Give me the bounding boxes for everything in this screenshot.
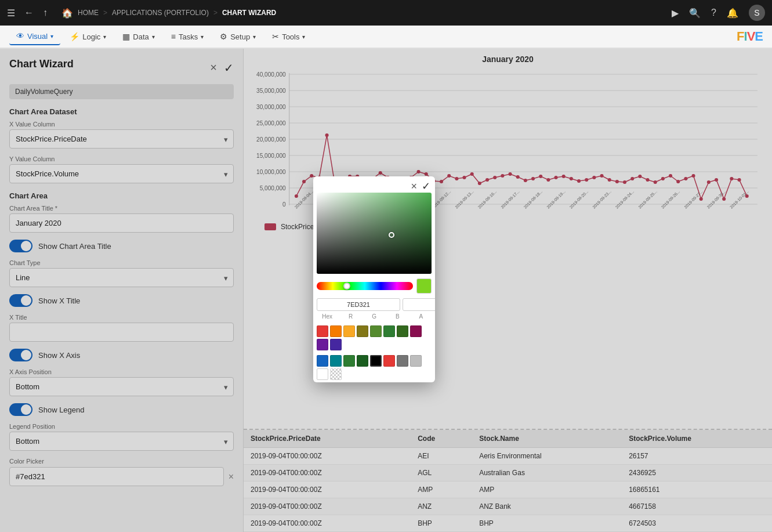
five-logo: FIVE [737,29,763,44]
tab-setup-label: Setup [230,32,250,41]
home-icon: 🏠 [61,8,73,19]
preset-cyan[interactable] [330,355,342,367]
breadcrumb: 🏠 HOME > APPLICATIONS (PORTFOLIO) > CHAR… [61,8,276,19]
rgba-inputs-row [313,296,435,313]
bell-icon[interactable]: 🔔 [727,8,738,19]
dialog-close-button[interactable]: × [411,180,417,193]
preset-colors-row2 [313,353,435,382]
play-icon[interactable]: ▶ [672,8,679,19]
preset-deep-purple[interactable] [330,339,342,350]
tab-data[interactable]: ▦ Data ▾ [115,28,161,45]
color-gradient-picker[interactable] [317,193,432,274]
visual-icon: 👁 [16,31,24,41]
preset-crimson[interactable] [383,355,395,367]
tab-visual[interactable]: 👁 Visual ▾ [9,28,60,45]
r-input[interactable] [403,298,435,311]
hue-slider-wrapper[interactable] [317,282,413,290]
color-picker-dialog: × ✓ [313,176,435,382]
dialog-header: × ✓ [313,176,435,193]
search-icon[interactable]: 🔍 [689,8,701,19]
back-icon[interactable]: ← [24,8,34,18]
hex-input[interactable] [317,298,400,311]
preset-colors-row1 [313,323,435,353]
g-label: G [364,313,385,320]
portfolio-label[interactable]: APPLICATIONS (PORTFOLIO) [112,9,209,17]
topbar-right: ▶ 🔍 ? 🔔 S [672,5,765,21]
preset-white[interactable] [317,368,328,380]
preset-green[interactable] [383,325,395,337]
wizard-label: CHART WIZARD [222,9,276,17]
tab-data-label: Data [133,32,148,41]
hex-label: Hex [317,313,338,320]
secondbar: 👁 Visual ▾ ⚡ Logic ▾ ▦ Data ▾ ≡ Tasks ▾ … [0,26,772,49]
breadcrumb-sep1: > [103,9,107,17]
setup-dropdown-icon: ▾ [253,34,256,40]
tab-tasks-label: Tasks [179,32,198,41]
tab-logic[interactable]: ⚡ Logic ▾ [63,28,113,45]
rgba-labels-row: Hex R G B A [313,313,435,323]
gradient-background [317,193,432,274]
help-icon[interactable]: ? [711,8,716,18]
up-icon[interactable]: ↑ [43,8,48,18]
tasks-icon: ≡ [171,32,176,41]
preset-orange[interactable] [330,325,342,337]
a-label: A [411,313,432,320]
preset-pink[interactable] [410,325,422,337]
breadcrumb-sep2: > [213,9,218,17]
color-preview-box [416,278,432,294]
hue-slider[interactable] [317,282,413,290]
tab-setup[interactable]: ⚙ Setup ▾ [213,28,263,45]
preset-light-gray[interactable] [410,355,422,367]
preset-yellow[interactable] [343,325,355,337]
b-label: B [387,313,408,320]
data-dropdown-icon: ▾ [152,34,155,40]
preset-gray[interactable] [397,355,408,367]
logic-dropdown-icon: ▾ [103,34,106,40]
preset-dark-green[interactable] [397,325,408,337]
tasks-dropdown-icon: ▾ [201,34,204,40]
preset-red[interactable] [317,325,328,337]
nav-tabs: 👁 Visual ▾ ⚡ Logic ▾ ▦ Data ▾ ≡ Tasks ▾ … [9,28,312,45]
home-label[interactable]: HOME [78,9,99,17]
tab-tasks[interactable]: ≡ Tasks ▾ [164,28,211,45]
setup-icon: ⚙ [220,32,227,41]
preset-light-green[interactable] [370,325,382,337]
color-cursor [389,232,394,238]
data-icon: ▦ [122,32,130,41]
logic-icon: ⚡ [70,32,79,41]
menu-icon[interactable]: ☰ [7,8,15,19]
main-content: Chart Wizard × ✓ DailyVolumeQuery Chart … [0,49,772,532]
preset-forest[interactable] [357,355,368,367]
dialog-confirm-button[interactable]: ✓ [422,180,430,193]
hue-thumb [343,283,350,289]
user-avatar[interactable]: S [749,5,765,21]
r-label: R [340,313,361,320]
tab-logic-label: Logic [82,32,100,41]
tools-dropdown-icon: ▾ [302,34,305,40]
hue-row [313,274,435,296]
preset-teal[interactable] [343,355,355,367]
preset-empty[interactable] [330,368,342,380]
topbar: ☰ ← ↑ 🏠 HOME > APPLICATIONS (PORTFOLIO) … [0,0,772,26]
preset-olive[interactable] [357,325,368,337]
dialog-overlay: × ✓ [0,49,772,532]
preset-black[interactable] [370,355,382,367]
preset-purple[interactable] [317,339,328,350]
visual-dropdown-icon: ▾ [50,33,53,39]
tab-visual-label: Visual [27,32,48,41]
tools-icon: ✂ [272,32,279,41]
tab-tools[interactable]: ✂ Tools ▾ [265,28,312,45]
preset-blue[interactable] [317,355,328,367]
tab-tools-label: Tools [282,32,299,41]
